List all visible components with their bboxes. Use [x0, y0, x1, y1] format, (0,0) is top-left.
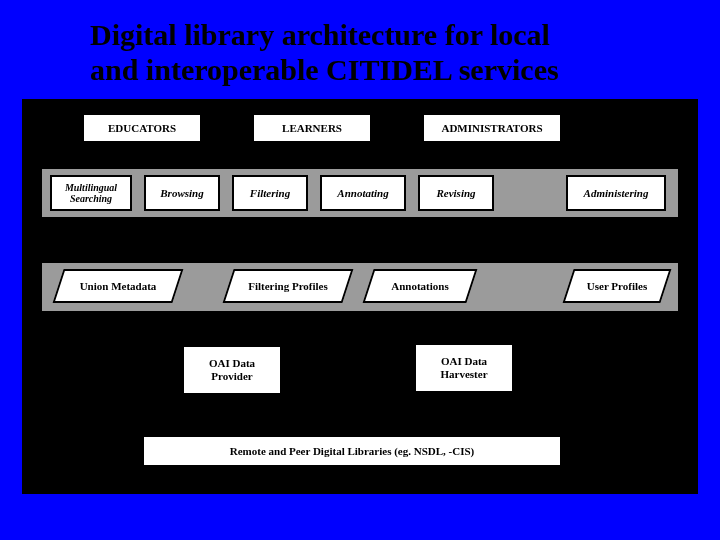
- box-remote-peer-libraries: Remote and Peer Digital Libraries (eg. N…: [142, 435, 562, 467]
- box-filtering: Filtering: [232, 175, 308, 211]
- para-annotations: Annotations: [368, 269, 472, 303]
- box-revising: Revising: [418, 175, 494, 211]
- box-oai-data-harvester: OAI Data Harvester: [414, 343, 514, 393]
- para-union-metadata: Union Metadata: [58, 269, 178, 303]
- slide-title: Digital library architecture for local a…: [0, 0, 720, 99]
- box-multilingual-searching: Multilingual Searching: [50, 175, 132, 211]
- box-oai-data-provider: OAI Data Provider: [182, 345, 282, 395]
- box-learners: LEARNERS: [252, 113, 372, 143]
- box-annotating: Annotating: [320, 175, 406, 211]
- box-educators: EDUCATORS: [82, 113, 202, 143]
- architecture-diagram: EDUCATORS LEARNERS ADMINISTRATORS Multil…: [22, 99, 698, 494]
- para-filtering-profiles: Filtering Profiles: [228, 269, 348, 303]
- box-administering: Administering: [566, 175, 666, 211]
- box-administrators: ADMINISTRATORS: [422, 113, 562, 143]
- box-browsing: Browsing: [144, 175, 220, 211]
- title-line-2: and interoperable CITIDEL services: [90, 53, 559, 86]
- para-user-profiles: User Profiles: [568, 269, 666, 303]
- title-line-1: Digital library architecture for local: [90, 18, 550, 51]
